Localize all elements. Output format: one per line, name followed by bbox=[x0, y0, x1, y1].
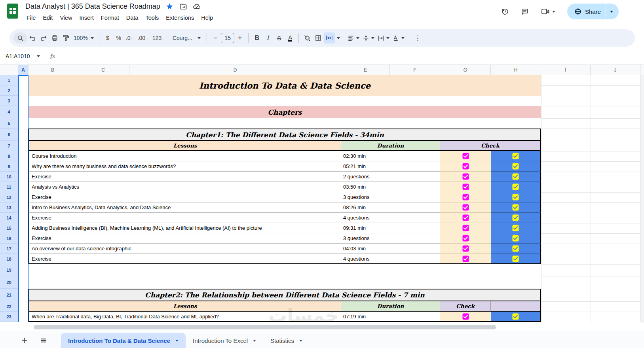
format-percent-button[interactable]: % bbox=[113, 32, 124, 44]
duration-cell[interactable]: 04:03 min bbox=[341, 244, 440, 254]
duration-cell[interactable]: 02:30 min bbox=[341, 151, 440, 161]
row-header-20[interactable]: 20 bbox=[0, 276, 18, 289]
checkbox-checked-magenta[interactable] bbox=[462, 214, 469, 221]
duration-cell[interactable]: 4 questions bbox=[341, 213, 440, 223]
check-cell-secondary[interactable] bbox=[491, 254, 541, 264]
checkbox-checked-yellow[interactable] bbox=[512, 225, 519, 231]
checkbox-checked-yellow[interactable] bbox=[512, 255, 519, 262]
check-cell-secondary[interactable] bbox=[491, 172, 541, 182]
sheet-tab-statistics[interactable]: Statistics bbox=[263, 333, 310, 348]
duration-cell[interactable]: 3 questions bbox=[341, 192, 440, 202]
checkbox-checked-yellow[interactable] bbox=[512, 163, 519, 170]
sheet-tab-caret-icon[interactable] bbox=[299, 340, 302, 342]
checkbox-checked-yellow[interactable] bbox=[512, 183, 519, 190]
checkbox-checked-yellow[interactable] bbox=[512, 204, 519, 211]
version-history-icon[interactable] bbox=[501, 8, 509, 15]
checkbox-checked-yellow[interactable] bbox=[512, 245, 519, 252]
row-header-2[interactable]: 2 bbox=[0, 85, 18, 96]
duration-cell[interactable]: 05:21 min bbox=[341, 161, 440, 172]
checkbox-checked-yellow[interactable] bbox=[512, 153, 519, 159]
column-header-b[interactable]: B bbox=[28, 65, 77, 75]
check-cell-primary[interactable] bbox=[440, 233, 491, 244]
increase-decimal-button[interactable]: .00→ bbox=[136, 32, 151, 44]
merge-caret-icon[interactable] bbox=[337, 37, 340, 39]
share-button[interactable]: Share bbox=[567, 4, 619, 19]
lesson-cell[interactable]: Exercise bbox=[28, 172, 341, 182]
chapter2-title-band[interactable]: Chapter2: The Relationship between Diffe… bbox=[28, 289, 541, 301]
doc-title[interactable]: Data Analyst | 365 Data Science Roadmap bbox=[25, 2, 160, 11]
check-cell-primary[interactable] bbox=[440, 312, 491, 322]
text-rotation-button[interactable] bbox=[391, 32, 406, 44]
comments-icon[interactable] bbox=[521, 8, 529, 15]
lesson-cell[interactable]: Adding Business Intelligence (BI), Machi… bbox=[28, 223, 341, 233]
checkbox-checked-magenta[interactable] bbox=[462, 235, 469, 242]
row-header-7[interactable]: 7 bbox=[0, 141, 18, 151]
checkbox-checked-yellow[interactable] bbox=[512, 235, 519, 242]
check-cell-secondary[interactable] bbox=[491, 233, 541, 244]
italic-button[interactable]: I bbox=[262, 32, 274, 44]
row-header-1[interactable]: 1 bbox=[0, 75, 18, 85]
row-header-5[interactable]: 5 bbox=[0, 118, 18, 129]
check-cell-secondary[interactable] bbox=[491, 223, 541, 233]
decrease-decimal-button[interactable]: .0← bbox=[124, 32, 136, 44]
checkbox-checked-magenta[interactable] bbox=[462, 183, 469, 190]
duration-cell[interactable]: 09:31 min bbox=[341, 223, 440, 233]
decrease-font-size-button[interactable]: − bbox=[210, 32, 221, 44]
checkbox-checked-magenta[interactable] bbox=[462, 163, 469, 170]
row-header-21[interactable]: 21 bbox=[0, 289, 18, 301]
menu-item-file[interactable]: File bbox=[23, 13, 39, 22]
font-size-input[interactable]: 15 bbox=[221, 33, 234, 43]
all-sheets-button[interactable] bbox=[40, 337, 47, 344]
menu-item-extensions[interactable]: Extensions bbox=[162, 13, 198, 22]
lesson-cell[interactable]: Exercise bbox=[28, 192, 341, 202]
check-cell-primary[interactable] bbox=[440, 172, 491, 182]
text-color-button[interactable]: A bbox=[285, 32, 296, 44]
lesson-cell[interactable]: Analysis vs Analytics bbox=[28, 182, 341, 192]
lesson-cell[interactable]: Exercise bbox=[28, 213, 341, 223]
check-cell-secondary[interactable] bbox=[491, 151, 541, 161]
check-cell-secondary[interactable] bbox=[491, 202, 541, 213]
sheet-tab-introduction-to-excel[interactable]: Introduction To Excel bbox=[186, 333, 263, 348]
checkbox-checked-yellow[interactable] bbox=[512, 173, 519, 180]
row-header-22[interactable]: 22 bbox=[0, 301, 18, 312]
check-cell-primary[interactable] bbox=[440, 192, 491, 202]
check-cell-primary[interactable] bbox=[440, 223, 491, 233]
menu-item-insert[interactable]: Insert bbox=[76, 13, 97, 22]
sheets-logo[interactable] bbox=[7, 4, 18, 19]
zoom-select[interactable]: 100% bbox=[71, 32, 96, 44]
increase-font-size-button[interactable]: + bbox=[234, 32, 245, 44]
duration-cell[interactable]: 08:26 min bbox=[341, 202, 440, 213]
check-cell-primary[interactable] bbox=[440, 213, 491, 223]
column-header-f[interactable]: F bbox=[390, 65, 440, 75]
checkbox-checked-yellow[interactable] bbox=[512, 194, 519, 200]
horizontal-scrollbar-thumb[interactable] bbox=[34, 325, 496, 329]
star-icon[interactable] bbox=[166, 3, 174, 11]
checkbox-checked-yellow[interactable] bbox=[512, 313, 519, 320]
checkbox-checked-magenta[interactable] bbox=[462, 153, 469, 159]
row-header-13[interactable]: 13 bbox=[0, 202, 18, 213]
check-cell-secondary[interactable] bbox=[491, 161, 541, 172]
check-cell-primary[interactable] bbox=[440, 254, 491, 264]
check-cell-primary[interactable] bbox=[440, 182, 491, 192]
menu-item-help[interactable]: Help bbox=[198, 13, 217, 22]
search-icon[interactable] bbox=[13, 32, 27, 44]
checkbox-checked-yellow[interactable] bbox=[512, 214, 519, 221]
duration-cell[interactable]: 3 questions bbox=[341, 233, 440, 244]
format-currency-button[interactable]: $ bbox=[102, 32, 113, 44]
sheet-tab-caret-icon[interactable] bbox=[253, 340, 256, 342]
column-header-e[interactable]: E bbox=[341, 65, 390, 75]
row-header-11[interactable]: 11 bbox=[0, 182, 18, 192]
lesson-cell[interactable]: Why are there so many business and data … bbox=[28, 161, 341, 172]
select-all-corner[interactable] bbox=[0, 65, 18, 75]
row-header-10[interactable]: 10 bbox=[0, 172, 18, 182]
more-toolbar-button[interactable]: ⋮ bbox=[412, 32, 423, 44]
chapters-banner[interactable]: Chapters bbox=[28, 106, 541, 118]
row-header-12[interactable]: 12 bbox=[0, 192, 18, 202]
check-cell-secondary[interactable] bbox=[491, 312, 541, 322]
move-folder-icon[interactable] bbox=[179, 3, 187, 11]
paint-format-button[interactable] bbox=[60, 32, 71, 44]
merge-cells-button[interactable] bbox=[324, 32, 335, 44]
menu-item-view[interactable]: View bbox=[56, 13, 76, 22]
lesson-cell[interactable]: When are Traditional data, Big Data, BI,… bbox=[28, 312, 341, 322]
duration-cell[interactable]: 07:19 min bbox=[341, 312, 440, 322]
